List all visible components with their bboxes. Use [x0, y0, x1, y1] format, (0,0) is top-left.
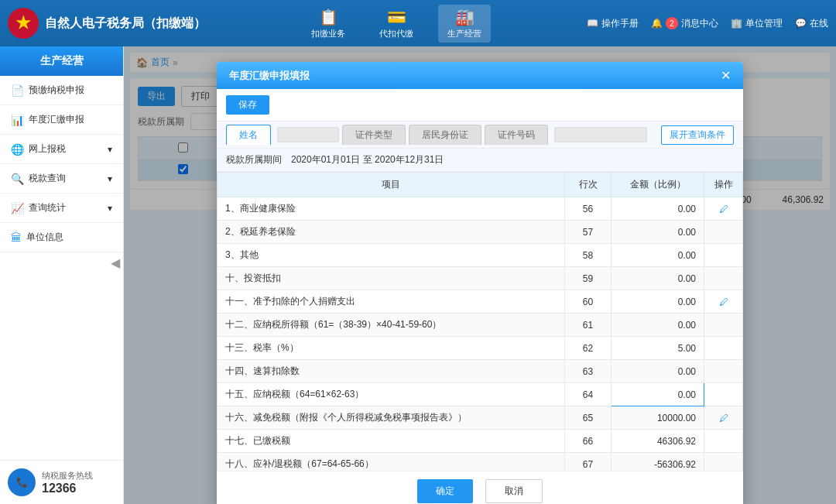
item-5-row: 60: [565, 290, 612, 314]
item-1-amount: 0.00: [612, 197, 704, 221]
modal-overlay: 年度汇缴申报填报 ✕ 保存 姓名 证件类型 居民身份证 证件号码 展开查询条件: [124, 46, 836, 504]
top-nav: 📋 扣缴业务 💳 代扣代缴 🏭 生产经营: [206, 5, 587, 43]
item-3-row: 58: [565, 244, 612, 267]
modal-body: 项目 行次 金额（比例） 操作 1、商业健康保险 56 0.00: [217, 172, 743, 471]
stats-icon: 📈: [11, 202, 24, 214]
table-row: 2、税延养老保险 57 0.00: [218, 221, 743, 244]
modal-save-btn[interactable]: 保存: [226, 95, 269, 115]
collapse-btn[interactable]: ◀: [0, 252, 123, 273]
item-9-edit: [704, 383, 743, 406]
nav-item-daikou[interactable]: 💳 代扣代缴: [370, 5, 423, 43]
modal-header: 年度汇缴申报填报 ✕: [217, 62, 743, 89]
item-6-edit: [704, 314, 743, 337]
nav-item-shengchan[interactable]: 🏭 生产经营: [438, 5, 491, 43]
unit-manage-btn[interactable]: 🏢 单位管理: [731, 17, 783, 30]
item-2-row: 57: [565, 221, 612, 244]
modal-th-row-num: 行次: [565, 173, 612, 197]
sidebar-footer: 📞 纳税服务热线 12366: [0, 460, 123, 504]
table-row: 十一、准予扣除的个人捐赠支出 60 0.00 🖊: [218, 290, 743, 314]
item-5-name: 十一、准予扣除的个人捐赠支出: [218, 290, 565, 314]
item-9-name: 十五、应纳税额（64=61×62-63）: [218, 383, 565, 406]
sidebar-item-annual[interactable]: 📊 年度汇缴申报: [0, 105, 123, 135]
modal-th-item: 项目: [218, 173, 565, 197]
tax-query-icon: 🔍: [11, 173, 24, 185]
item-6-amount: 0.00: [612, 314, 704, 337]
sidebar-item-tax-query[interactable]: 🔍 税款查询 ▾: [0, 164, 123, 194]
item-7-row: 62: [565, 337, 612, 360]
item-12-name: 十八、应补/退税额（67=64-65-66）: [218, 453, 565, 471]
modal-tab-id-num[interactable]: 证件号码: [485, 125, 548, 145]
hotline-icon: 📞: [8, 468, 36, 496]
item-2-edit: [704, 221, 743, 244]
cancel-btn[interactable]: 取消: [485, 479, 543, 503]
item-11-amount: 46306.92: [612, 430, 704, 453]
top-bar: ★ 自然人电子税务局（扣缴端） 📋 扣缴业务 💳 代扣代缴 🏭 生产经营 📖 操…: [0, 0, 836, 46]
table-row: 十五、应纳税额（64=61×62-63） 64 0.00: [218, 383, 743, 406]
name-input[interactable]: [277, 127, 339, 142]
bell-icon: 🔔: [651, 18, 663, 29]
building-icon: 🏢: [731, 18, 742, 29]
online-btn[interactable]: 💬 在线: [795, 17, 828, 30]
expand-query-btn[interactable]: 展开查询条件: [661, 125, 734, 145]
item-8-edit: [704, 360, 743, 383]
modal-tab-id-type[interactable]: 证件类型: [342, 125, 406, 145]
table-row: 十二、应纳税所得额（61=（38-39）×40-41-59-60） 61 0.0…: [218, 314, 743, 337]
table-row: 十七、已缴税额 66 46306.92: [218, 430, 743, 453]
item-3-edit: [704, 244, 743, 267]
modal-tabs-row: 姓名 证件类型 居民身份证 证件号码 展开查询条件: [217, 122, 743, 149]
modal-th-amount: 金额（比例）: [612, 173, 704, 197]
prepay-icon: 📄: [11, 84, 24, 97]
item-12-edit: [704, 453, 743, 471]
item-1-row: 56: [565, 197, 612, 221]
item-9-amount: 0.00: [612, 383, 704, 406]
chevron-down-icon: ▾: [108, 144, 112, 155]
message-btn[interactable]: 🔔 2 消息中心: [651, 17, 718, 30]
sidebar-item-stats[interactable]: 📈 查询统计 ▾: [0, 194, 123, 223]
item-10-name: 十六、减免税额（附报《个人所得税减免税事项报告表》）: [218, 406, 565, 430]
table-row: 十八、应补/退税额（67=64-65-66） 67 -56306.92: [218, 453, 743, 471]
app-logo: ★ 自然人电子税务局（扣缴端）: [8, 8, 206, 39]
modal-footer: 确定 取消: [217, 471, 743, 504]
item-2-name: 2、税延养老保险: [218, 221, 565, 244]
item-9-row: 64: [565, 383, 612, 406]
item-8-row: 63: [565, 360, 612, 383]
modal-data-table: 项目 行次 金额（比例） 操作 1、商业健康保险 56 0.00: [217, 172, 743, 471]
sidebar: 生产经营 📄 预缴纳税申报 📊 年度汇缴申报 🌐 网上报税 ▾ 🔍 税款查询 ▾: [0, 46, 124, 504]
item-5-amount: 0.00: [612, 290, 704, 314]
item-8-name: 十四、速算扣除数: [218, 360, 565, 383]
modal-title: 年度汇缴申报填报: [229, 69, 310, 83]
sidebar-item-online-tax[interactable]: 🌐 网上报税 ▾: [0, 135, 123, 164]
item-2-amount: 0.00: [612, 221, 704, 244]
modal-toolbar: 保存: [217, 89, 743, 122]
close-icon[interactable]: ✕: [721, 68, 731, 83]
item-5-edit[interactable]: 🖊: [704, 290, 743, 314]
main-layout: 生产经营 📄 预缴纳税申报 📊 年度汇缴申报 🌐 网上报税 ▾ 🔍 税款查询 ▾: [0, 46, 836, 504]
item-12-row: 67: [565, 453, 612, 471]
modal-tab-name[interactable]: 姓名: [226, 125, 271, 145]
confirm-btn[interactable]: 确定: [417, 479, 473, 503]
table-row: 3、其他 58 0.00: [218, 244, 743, 267]
modal-period-row: 税款所属期间 2020年01月01日 至 2020年12月31日: [217, 149, 743, 172]
shengchan-icon: 🏭: [455, 8, 475, 26]
chevron-down-icon2: ▾: [108, 173, 112, 184]
item-10-row: 65: [565, 406, 612, 430]
sidebar-item-unit-info[interactable]: 🏛 单位信息: [0, 223, 123, 252]
content-area: 🏠 首页 » 导出 打印 税款所属期 企业类型 收入、 序号: [124, 46, 836, 504]
item-10-edit[interactable]: 🖊: [704, 406, 743, 430]
sidebar-item-prepay[interactable]: 📄 预缴纳税申报: [0, 76, 123, 105]
manual-icon: 📖: [587, 18, 598, 29]
item-3-name: 3、其他: [218, 244, 565, 267]
id-num-input[interactable]: [554, 127, 647, 142]
modal-tab-id-card[interactable]: 居民身份证: [409, 125, 481, 145]
manual-btn[interactable]: 📖 操作手册: [587, 17, 639, 30]
table-row: 十三、税率（%） 62 5.00: [218, 337, 743, 360]
item-10-amount: 10000.00: [612, 406, 704, 430]
kouji-icon: 📋: [319, 8, 338, 26]
nav-item-kouji[interactable]: 📋 扣缴业务: [302, 5, 355, 43]
annual-filing-modal: 年度汇缴申报填报 ✕ 保存 姓名 证件类型 居民身份证 证件号码 展开查询条件: [217, 62, 743, 504]
hotline: 📞 纳税服务热线 12366: [8, 468, 115, 496]
table-row: 十、投资抵扣 59 0.00: [218, 267, 743, 290]
item-6-name: 十二、应纳税所得额（61=（38-39）×40-41-59-60）: [218, 314, 565, 337]
item-1-edit[interactable]: 🖊: [704, 197, 743, 221]
annual-icon: 📊: [11, 114, 24, 126]
